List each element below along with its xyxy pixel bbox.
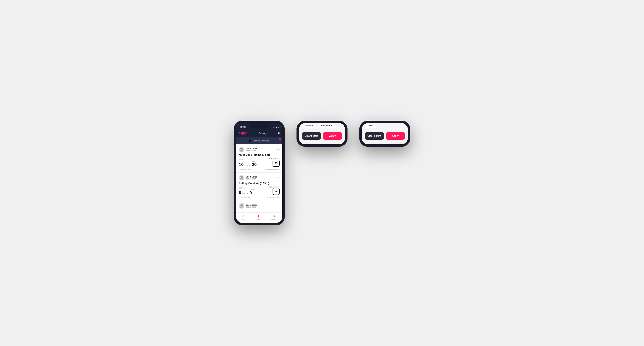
- phone-1-screen: 11:33 ▲ ◀ ● clippd Activity ≡ ⊞ Viewing …: [236, 123, 282, 223]
- test-info-2: ℹ Test Information: [239, 196, 251, 198]
- card-header-2: Josh Coles 28 Feb 2023 •••: [239, 175, 280, 180]
- practice-drills-buttons-3: OTT APP ARG PUTT: [365, 123, 405, 128]
- data-source-2: Data: Clippd Capture: [265, 196, 280, 198]
- time-1: 11:33: [240, 126, 246, 129]
- clear-filters-btn-3[interactable]: Clear Filters: [365, 132, 384, 140]
- tournament-btn-2[interactable]: Tournament: [318, 123, 336, 128]
- avatar-2: [239, 175, 244, 180]
- card-footer-1: ℹ Test Information Data: Clippd Capture: [239, 168, 280, 170]
- info-icon-1: ℹ: [239, 168, 240, 170]
- out-of-2: OUT OF: [242, 192, 248, 195]
- clear-filters-btn-2[interactable]: Clear Filters: [302, 132, 321, 140]
- activities-icon-1: ♟: [257, 214, 260, 218]
- score-value-2: 0: [239, 191, 241, 195]
- filter-modal-3: Filter ✕ Show Rounds Practice Drills Pra…: [362, 123, 408, 144]
- shot-quality-badge-1: 75: [272, 160, 280, 167]
- shots-value-2: 9: [250, 190, 252, 195]
- phone-2: 11:33 ▲ ◀ ● clippd Activity ≡ ⊞ Viewing …: [296, 121, 348, 147]
- avatar-1: [239, 147, 244, 152]
- user-name-3: Josh Coles: [246, 204, 258, 206]
- shot-quality-label-1: Shot Quality: [268, 158, 280, 160]
- shot-quality-label-2: Shot Quality: [268, 186, 280, 188]
- phone-3-screen: 11:33 ▲ ◀ ● clippd Activity ≡ ⊞ Viewing …: [362, 123, 408, 144]
- apply-btn-3[interactable]: Apply: [386, 132, 405, 140]
- filter-overlay-2: Josh Coles Filter ✕ Show Rounds Practice…: [299, 123, 345, 144]
- user-date-2: 28 Feb 2023: [246, 178, 258, 180]
- activity-list-1: Josh Coles 28 Feb 2023 ••• Must Make Put…: [236, 144, 282, 212]
- activity-title-2: Putting Combine (3-15 ft): [239, 182, 280, 184]
- signal-icon: ▲: [273, 126, 275, 128]
- putt-btn-3[interactable]: PUTT: [365, 123, 376, 128]
- practice-btn-2[interactable]: Practice: [302, 123, 316, 128]
- score-label-1: Score: [239, 159, 258, 161]
- more-options-2[interactable]: •••: [277, 176, 280, 179]
- card-footer-2: ℹ Test Information Data: Clippd Capture: [239, 196, 280, 198]
- card-header-3: Josh Coles 28 Feb 2023 •••: [239, 203, 280, 209]
- menu-icon-1[interactable]: ≡: [278, 132, 280, 135]
- score-label-2: Score: [239, 187, 255, 189]
- user-name-1: Josh Coles: [246, 147, 258, 150]
- stats-row-2: Score 0 OUT OF Shots 9 Shot: [239, 186, 280, 195]
- user-date-1: 28 Feb 2023: [246, 150, 258, 152]
- filter-icon-1: ⊞: [249, 139, 252, 143]
- header-title-1: Activity: [258, 132, 267, 135]
- activity-card-3: Josh Coles 28 Feb 2023 •••: [236, 201, 282, 212]
- nav-activities-1[interactable]: ♟ Activities: [255, 214, 262, 220]
- modal-actions-3: Clear Filters Apply: [365, 132, 405, 140]
- apply-btn-2[interactable]: Apply: [323, 132, 342, 140]
- home-label-1: Home: [241, 218, 246, 220]
- user-name-2: Josh Coles: [246, 175, 258, 178]
- filter-overlay-3: Josh Coles Filter ✕ Show Rounds Practice…: [362, 123, 408, 144]
- logo-1: clippd: [239, 131, 248, 135]
- capture-icon-1: ⊕: [273, 214, 276, 218]
- filter-modal-2: Filter ✕ Show Rounds Practice Drills Rou…: [299, 123, 345, 144]
- notch: [250, 123, 269, 129]
- stats-row-1: Score 10 OUT OF Shots 20 Sho: [239, 158, 280, 167]
- viewing-text-1: Viewing Activities: [253, 140, 269, 142]
- viewing-banner-1[interactable]: ⊞ Viewing Activities: [236, 137, 282, 144]
- status-icons-1: ▲ ◀ ●: [273, 126, 279, 128]
- user-info-3: Josh Coles 28 Feb 2023: [239, 203, 258, 209]
- home-icon-1: ⌂: [242, 214, 244, 218]
- wifi-icon: ◀: [276, 126, 277, 128]
- out-of-1: OUT OF: [245, 164, 250, 167]
- card-header-1: Josh Coles 28 Feb 2023 •••: [239, 147, 280, 152]
- activity-card-1: Josh Coles 28 Feb 2023 ••• Must Make Put…: [236, 144, 282, 173]
- bottom-nav-1: ⌂ Home ♟ Activities ⊕ Capture: [236, 212, 282, 223]
- score-value-1: 10: [239, 163, 244, 167]
- modal-actions-2: Clear Filters Apply: [302, 132, 342, 140]
- phone-3: 11:33 ▲ ◀ ● clippd Activity ≡ ⊞ Viewing …: [359, 121, 410, 147]
- scene: 11:33 ▲ ◀ ● clippd Activity ≡ ⊞ Viewing …: [222, 109, 422, 237]
- activity-title-1: Must Make Putting (3-6 ft): [239, 154, 280, 156]
- shot-quality-badge-2: 45: [272, 188, 280, 195]
- app-header-1: clippd Activity ≡: [236, 130, 282, 137]
- info-icon-2: ℹ: [239, 196, 240, 198]
- more-options-1[interactable]: •••: [277, 148, 280, 151]
- user-date-3: 28 Feb 2023: [246, 206, 258, 208]
- more-options-3[interactable]: •••: [277, 204, 280, 207]
- user-info-2: Josh Coles 28 Feb 2023: [239, 175, 258, 180]
- rounds-buttons-2: Practice Tournament: [302, 123, 342, 128]
- phone-1: 11:33 ▲ ◀ ● clippd Activity ≡ ⊞ Viewing …: [234, 121, 285, 225]
- nav-home-1[interactable]: ⌂ Home: [241, 214, 246, 220]
- user-info-1: Josh Coles 28 Feb 2023: [239, 147, 258, 152]
- shots-value-1: 20: [252, 162, 257, 167]
- phone-2-screen: 11:33 ▲ ◀ ● clippd Activity ≡ ⊞ Viewing …: [299, 123, 345, 144]
- capture-label-1: Capture: [271, 218, 278, 220]
- avatar-3: [239, 203, 244, 209]
- test-info-1: ℹ Test Information: [239, 168, 251, 170]
- notification-dot-1: [279, 138, 281, 140]
- battery-icon: ●: [278, 126, 279, 128]
- nav-capture-1[interactable]: ⊕ Capture: [271, 214, 278, 220]
- activity-card-2: Josh Coles 28 Feb 2023 ••• Putting Combi…: [236, 173, 282, 201]
- data-source-1: Data: Clippd Capture: [265, 168, 280, 170]
- activities-label-1: Activities: [255, 218, 262, 220]
